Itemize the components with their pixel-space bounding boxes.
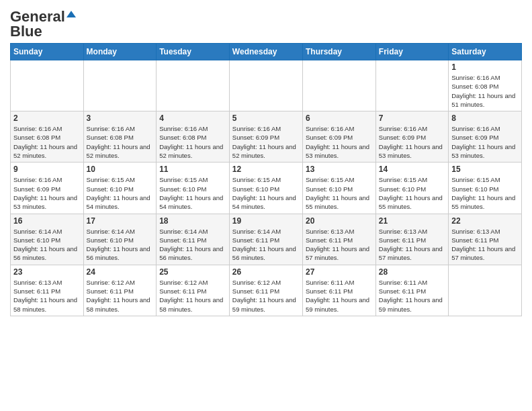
calendar-cell: 4Sunrise: 6:16 AM Sunset: 6:08 PM Daylig… xyxy=(157,111,230,163)
day-number: 6 xyxy=(306,113,373,123)
day-number: 19 xyxy=(232,216,300,226)
day-info: Sunrise: 6:15 AM Sunset: 6:10 PM Dayligh… xyxy=(159,175,226,211)
calendar-cell: 26Sunrise: 6:12 AM Sunset: 6:11 PM Dayli… xyxy=(229,265,302,316)
day-info: Sunrise: 6:12 AM Sunset: 6:11 PM Dayligh… xyxy=(232,278,300,314)
calendar-cell: 1Sunrise: 6:16 AM Sunset: 6:08 PM Daylig… xyxy=(449,60,522,111)
calendar-cell: 14Sunrise: 6:15 AM Sunset: 6:10 PM Dayli… xyxy=(375,163,448,214)
calendar-cell: 8Sunrise: 6:16 AM Sunset: 6:09 PM Daylig… xyxy=(449,111,522,163)
logo-text-general: General xyxy=(10,9,65,24)
calendar-cell: 10Sunrise: 6:15 AM Sunset: 6:10 PM Dayli… xyxy=(83,163,157,214)
day-info: Sunrise: 6:16 AM Sunset: 6:09 PM Dayligh… xyxy=(13,175,81,211)
day-number: 12 xyxy=(232,165,300,174)
day-info: Sunrise: 6:16 AM Sunset: 6:09 PM Dayligh… xyxy=(306,124,373,160)
day-number: 2 xyxy=(13,113,81,123)
calendar-cell: 28Sunrise: 6:11 AM Sunset: 6:11 PM Dayli… xyxy=(375,265,448,316)
calendar-cell: 15Sunrise: 6:15 AM Sunset: 6:10 PM Dayli… xyxy=(449,163,522,214)
calendar-week-3: 9Sunrise: 6:16 AM Sunset: 6:09 PM Daylig… xyxy=(11,163,522,214)
day-info: Sunrise: 6:14 AM Sunset: 6:10 PM Dayligh… xyxy=(13,227,81,263)
day-number: 14 xyxy=(379,165,445,174)
day-number: 10 xyxy=(87,165,154,174)
day-number: 23 xyxy=(13,267,81,277)
day-number: 7 xyxy=(379,113,445,123)
day-info: Sunrise: 6:15 AM Sunset: 6:10 PM Dayligh… xyxy=(379,175,445,211)
calendar-cell xyxy=(83,60,157,111)
calendar-week-1: 1Sunrise: 6:16 AM Sunset: 6:08 PM Daylig… xyxy=(11,60,522,111)
calendar-cell: 11Sunrise: 6:15 AM Sunset: 6:10 PM Dayli… xyxy=(157,163,230,214)
day-number: 18 xyxy=(159,216,226,226)
calendar-cell xyxy=(449,265,522,316)
col-header-sunday: Sunday xyxy=(11,44,84,60)
calendar-cell: 27Sunrise: 6:11 AM Sunset: 6:11 PM Dayli… xyxy=(302,265,375,316)
day-info: Sunrise: 6:16 AM Sunset: 6:09 PM Dayligh… xyxy=(451,124,519,160)
calendar-cell: 23Sunrise: 6:13 AM Sunset: 6:11 PM Dayli… xyxy=(11,265,84,316)
logo: General Blue xyxy=(10,9,76,39)
day-number: 8 xyxy=(451,113,519,123)
day-number: 20 xyxy=(306,216,373,226)
day-number: 27 xyxy=(306,267,373,277)
calendar-cell: 7Sunrise: 6:16 AM Sunset: 6:09 PM Daylig… xyxy=(375,111,448,163)
col-header-friday: Friday xyxy=(375,44,448,60)
calendar-cell: 3Sunrise: 6:16 AM Sunset: 6:08 PM Daylig… xyxy=(83,111,157,163)
day-number: 1 xyxy=(451,62,519,72)
col-header-tuesday: Tuesday xyxy=(157,44,230,60)
col-header-monday: Monday xyxy=(83,44,157,60)
calendar-cell: 5Sunrise: 6:16 AM Sunset: 6:09 PM Daylig… xyxy=(229,111,302,163)
calendar-week-4: 16Sunrise: 6:14 AM Sunset: 6:10 PM Dayli… xyxy=(11,214,522,265)
day-number: 22 xyxy=(451,216,519,226)
calendar-week-2: 2Sunrise: 6:16 AM Sunset: 6:08 PM Daylig… xyxy=(11,111,522,163)
day-info: Sunrise: 6:12 AM Sunset: 6:11 PM Dayligh… xyxy=(159,278,226,314)
calendar-cell: 2Sunrise: 6:16 AM Sunset: 6:08 PM Daylig… xyxy=(11,111,84,163)
calendar-header-row: SundayMondayTuesdayWednesdayThursdayFrid… xyxy=(11,44,522,60)
calendar-cell: 21Sunrise: 6:13 AM Sunset: 6:11 PM Dayli… xyxy=(375,214,448,265)
day-number: 4 xyxy=(159,113,226,123)
day-info: Sunrise: 6:15 AM Sunset: 6:10 PM Dayligh… xyxy=(232,175,300,211)
day-number: 5 xyxy=(232,113,300,123)
page-header: General Blue xyxy=(10,7,522,39)
day-number: 13 xyxy=(306,165,373,174)
calendar-cell: 22Sunrise: 6:13 AM Sunset: 6:11 PM Dayli… xyxy=(449,214,522,265)
calendar-cell: 13Sunrise: 6:15 AM Sunset: 6:10 PM Dayli… xyxy=(302,163,375,214)
svg-marker-0 xyxy=(66,11,76,17)
calendar-cell: 25Sunrise: 6:12 AM Sunset: 6:11 PM Dayli… xyxy=(157,265,230,316)
day-number: 11 xyxy=(159,165,226,174)
col-header-saturday: Saturday xyxy=(449,44,522,60)
day-info: Sunrise: 6:13 AM Sunset: 6:11 PM Dayligh… xyxy=(451,227,519,263)
day-number: 16 xyxy=(13,216,81,226)
day-info: Sunrise: 6:16 AM Sunset: 6:09 PM Dayligh… xyxy=(379,124,445,160)
day-info: Sunrise: 6:14 AM Sunset: 6:11 PM Dayligh… xyxy=(159,227,226,263)
calendar-cell xyxy=(11,60,84,111)
day-info: Sunrise: 6:14 AM Sunset: 6:11 PM Dayligh… xyxy=(232,227,300,263)
calendar-cell xyxy=(229,60,302,111)
day-info: Sunrise: 6:11 AM Sunset: 6:11 PM Dayligh… xyxy=(306,278,373,314)
calendar-cell xyxy=(375,60,448,111)
calendar-cell: 19Sunrise: 6:14 AM Sunset: 6:11 PM Dayli… xyxy=(229,214,302,265)
day-info: Sunrise: 6:12 AM Sunset: 6:11 PM Dayligh… xyxy=(87,278,154,314)
calendar-cell: 16Sunrise: 6:14 AM Sunset: 6:10 PM Dayli… xyxy=(11,214,84,265)
day-info: Sunrise: 6:15 AM Sunset: 6:10 PM Dayligh… xyxy=(451,175,519,211)
day-info: Sunrise: 6:14 AM Sunset: 6:10 PM Dayligh… xyxy=(87,227,154,263)
calendar-table: SundayMondayTuesdayWednesdayThursdayFrid… xyxy=(10,43,522,316)
day-number: 25 xyxy=(159,267,226,277)
col-header-wednesday: Wednesday xyxy=(229,44,302,60)
day-info: Sunrise: 6:11 AM Sunset: 6:11 PM Dayligh… xyxy=(379,278,445,314)
day-info: Sunrise: 6:13 AM Sunset: 6:11 PM Dayligh… xyxy=(13,278,81,314)
day-number: 26 xyxy=(232,267,300,277)
calendar-cell: 6Sunrise: 6:16 AM Sunset: 6:09 PM Daylig… xyxy=(302,111,375,163)
day-info: Sunrise: 6:16 AM Sunset: 6:08 PM Dayligh… xyxy=(13,124,81,160)
day-info: Sunrise: 6:16 AM Sunset: 6:08 PM Dayligh… xyxy=(159,124,226,160)
day-number: 21 xyxy=(379,216,445,226)
calendar-cell: 12Sunrise: 6:15 AM Sunset: 6:10 PM Dayli… xyxy=(229,163,302,214)
calendar-cell: 9Sunrise: 6:16 AM Sunset: 6:09 PM Daylig… xyxy=(11,163,84,214)
calendar-cell xyxy=(302,60,375,111)
calendar-cell: 18Sunrise: 6:14 AM Sunset: 6:11 PM Dayli… xyxy=(157,214,230,265)
calendar-cell xyxy=(157,60,230,111)
day-number: 28 xyxy=(379,267,445,277)
day-number: 24 xyxy=(87,267,154,277)
day-number: 15 xyxy=(451,165,519,174)
day-info: Sunrise: 6:16 AM Sunset: 6:09 PM Dayligh… xyxy=(232,124,300,160)
calendar-cell: 20Sunrise: 6:13 AM Sunset: 6:11 PM Dayli… xyxy=(302,214,375,265)
day-info: Sunrise: 6:13 AM Sunset: 6:11 PM Dayligh… xyxy=(379,227,445,263)
calendar-week-5: 23Sunrise: 6:13 AM Sunset: 6:11 PM Dayli… xyxy=(11,265,522,316)
calendar-cell: 24Sunrise: 6:12 AM Sunset: 6:11 PM Dayli… xyxy=(83,265,157,316)
day-info: Sunrise: 6:15 AM Sunset: 6:10 PM Dayligh… xyxy=(306,175,373,211)
